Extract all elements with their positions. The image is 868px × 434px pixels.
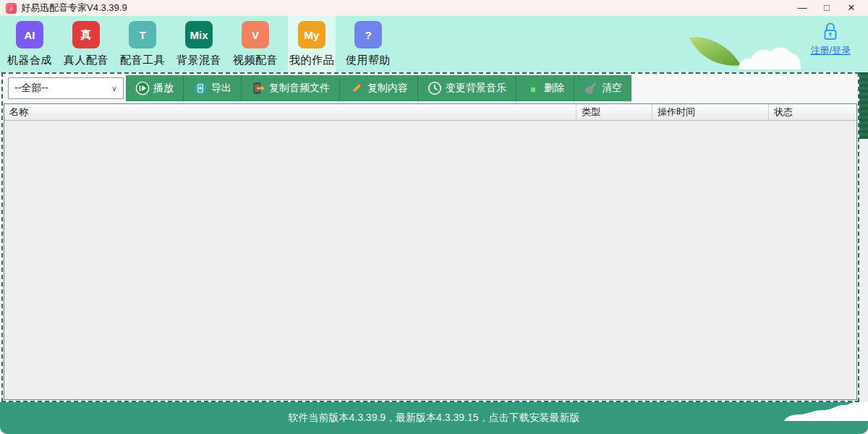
nav-item-label: 使用帮助	[346, 54, 391, 67]
change-bgm-button[interactable]: 变更背景音乐	[418, 75, 516, 101]
play-icon	[135, 81, 150, 95]
column-header-0[interactable]: 名称	[4, 104, 576, 120]
copy-audio-file-icon	[251, 81, 265, 95]
export-button[interactable]: 导出	[184, 75, 242, 101]
leaf-decoration	[687, 35, 744, 71]
footer-cloud-decoration	[783, 402, 868, 424]
cloud-decoration	[738, 42, 801, 72]
nav-item-label: 真人配音	[64, 54, 109, 67]
nav-item-ai-synthesis[interactable]: AI 机器合成	[6, 16, 54, 72]
video-dub-icon: V	[242, 21, 269, 48]
nav-item-label: 配音工具	[120, 54, 165, 67]
toolbar-row: --全部-- ∨ 播放	[3, 74, 858, 103]
voice-tools-icon: T	[129, 21, 156, 48]
copy-audio-file-button[interactable]: 复制音频文件	[242, 75, 340, 101]
titlebar: ♪ 好易迅配音专家V4.3.39.9 — □ ✕	[0, 0, 868, 16]
nav-item-help[interactable]: ? 使用帮助	[344, 16, 392, 72]
table-body-empty	[4, 121, 856, 399]
content-panel: --全部-- ∨ 播放	[1, 72, 859, 402]
nav-item-my-works[interactable]: My 我的作品	[288, 16, 336, 72]
change-bgm-clock-icon	[427, 81, 442, 95]
delete-button[interactable]: 删除	[516, 75, 574, 101]
my-works-icon: My	[298, 21, 326, 48]
play-button[interactable]: 播放	[126, 75, 184, 101]
minimize-button[interactable]: —	[790, 0, 814, 16]
nav-item-label: 我的作品	[289, 54, 334, 67]
bgm-mix-icon: Mix	[185, 21, 213, 48]
nav-item-label: 机器合成	[7, 54, 52, 67]
status-bar: 软件当前版本4.3.39.9，最新版本4.3.39.15，点击下载安装最新版	[0, 402, 868, 434]
close-button[interactable]: ✕	[839, 0, 864, 16]
human-voice-icon: 真	[72, 21, 100, 48]
window-controls: — □ ✕	[790, 0, 868, 16]
nav-item-human-voice[interactable]: 真 真人配音	[62, 16, 110, 72]
table-header-row: 名称类型操作时间状态	[4, 104, 856, 121]
version-update-notice[interactable]: 软件当前版本4.3.39.9，最新版本4.3.39.15，点击下载安装最新版	[289, 412, 580, 425]
nav-item-label: 背景混音	[176, 54, 221, 67]
nav-item-voice-tools[interactable]: T 配音工具	[119, 16, 166, 72]
copy-content-pencil-icon	[349, 81, 364, 95]
delete-trash-icon	[526, 81, 540, 95]
app-logo-music-note-icon: ♪	[6, 3, 17, 14]
nav-item-label: 视频配音	[233, 54, 278, 67]
ai-synthesis-icon: AI	[16, 21, 43, 48]
clear-broom-icon	[584, 81, 598, 95]
scrollbar-thumb[interactable]	[859, 72, 868, 139]
main-nav: AI 机器合成 真 真人配音 T 配音工具 Mix 背景混音 V 视频配音 My…	[0, 16, 868, 72]
app-window: ♪ 好易迅配音专家V4.3.39.9 — □ ✕ AI 机器合成 真 真人配音 …	[0, 0, 868, 434]
clear-button[interactable]: 清空	[574, 75, 631, 101]
chevron-down-icon: ∨	[111, 84, 117, 93]
filter-dropdown[interactable]: --全部-- ∨	[8, 77, 124, 99]
lock-icon	[822, 22, 839, 42]
action-toolbar: 播放 导出 复制音频文件	[126, 75, 631, 101]
export-icon	[193, 81, 208, 95]
column-header-1[interactable]: 类型	[576, 104, 652, 120]
table-scrollbar[interactable]	[859, 72, 868, 402]
column-header-2[interactable]: 操作时间	[652, 104, 769, 120]
login-control[interactable]: 注册/登录	[810, 22, 851, 57]
nav-items: AI 机器合成 真 真人配音 T 配音工具 Mix 背景混音 V 视频配音 My…	[6, 16, 392, 72]
window-title: 好易迅配音专家V4.3.39.9	[21, 1, 127, 14]
register-login-link[interactable]: 注册/登录	[810, 44, 851, 57]
filter-dropdown-value: --全部--	[14, 82, 48, 95]
works-table: 名称类型操作时间状态	[4, 103, 857, 400]
nav-item-video-dub[interactable]: V 视频配音	[231, 16, 279, 72]
maximize-button[interactable]: □	[814, 0, 839, 16]
column-header-3[interactable]: 状态	[769, 104, 856, 120]
copy-content-button[interactable]: 复制内容	[340, 75, 418, 101]
nav-item-bgm-mix[interactable]: Mix 背景混音	[175, 16, 223, 72]
help-icon: ?	[354, 21, 382, 48]
